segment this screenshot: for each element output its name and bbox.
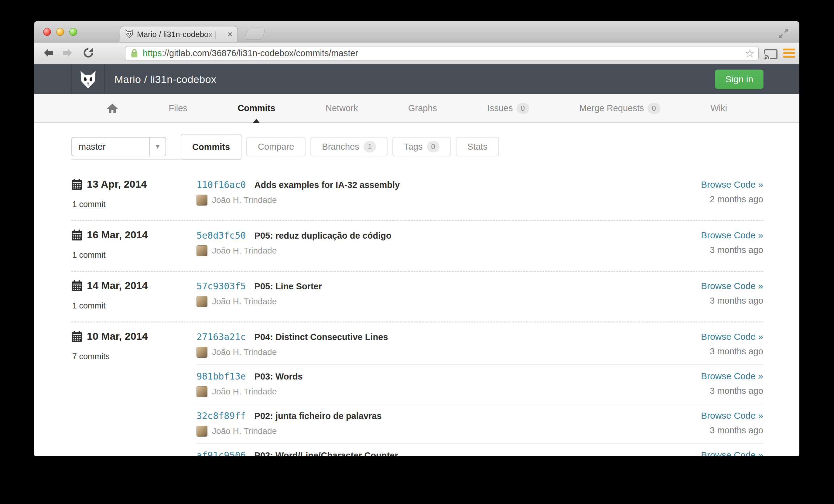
branch-selected-value: master (72, 138, 149, 156)
browser-toolbar: https://gitlab.com/36876/li31n-codebox/c… (34, 43, 799, 64)
commit-author: João H. Trindade (212, 246, 277, 256)
commit-hash-link[interactable]: 5e8d3fc50 (197, 230, 246, 241)
commit-count: 1 commit (71, 200, 197, 209)
sign-in-button[interactable]: Sign in (715, 70, 764, 89)
commit-count: 1 commit (71, 301, 197, 311)
filter-tab-label: Tags (404, 142, 422, 152)
url-bar[interactable]: https://gitlab.com/36876/li31n-codebox/c… (125, 46, 759, 61)
browse-code-link[interactable]: Browse Code » (669, 331, 763, 342)
commit-row: 57c9303f5 P05: Line Sorter João H. Trind… (197, 280, 763, 314)
minimize-window-button[interactable] (56, 28, 64, 36)
commit-hash-link[interactable]: 32c8f89ff (197, 411, 246, 421)
browse-code-link[interactable]: Browse Code » (669, 179, 763, 190)
reload-button[interactable] (83, 47, 94, 60)
commits-filter-row: master ▼ Commits Compare Branches 1 Tags… (71, 134, 763, 160)
nav-item-files[interactable]: Files (169, 103, 188, 113)
commit-date-heading: 13 Apr, 2014 (71, 178, 197, 190)
commit-time: 3 months ago (669, 346, 763, 357)
commit-row: 110f16ac0 Adds examples for IA-32 assemb… (197, 178, 763, 212)
nav-item-label: Merge Requests (579, 103, 644, 113)
zoom-window-button[interactable] (69, 28, 77, 36)
avatar (197, 296, 207, 307)
nav-item-label: Commits (238, 103, 275, 113)
commit-hash-link[interactable]: 57c9303f5 (197, 281, 246, 292)
window-controls (43, 28, 77, 36)
site-header: Mario / li31n-codebox Sign in (34, 64, 799, 94)
commit-day-group: 10 Mar, 2014 7 commits 27163a21c P04: Di… (71, 322, 763, 456)
commit-row: 32c8f89ff P02: junta ficheiro de palavra… (197, 404, 763, 443)
commit-time: 3 months ago (669, 426, 763, 435)
nav-item-merge-requests[interactable]: Merge Requests 0 (579, 103, 660, 114)
commit-hash-link[interactable]: af91c9506 (197, 450, 246, 456)
filter-tab-label: Stats (467, 142, 487, 152)
resize-arrows-icon[interactable] (778, 28, 789, 40)
avatar (197, 245, 207, 256)
browse-code-link[interactable]: Browse Code » (669, 411, 763, 421)
commit-date-text: 14 Mar, 2014 (87, 280, 148, 292)
tab-tags[interactable]: Tags 0 (392, 137, 451, 156)
commit-date-text: 16 Mar, 2014 (87, 229, 148, 241)
nav-item-network[interactable]: Network (326, 103, 358, 113)
commit-hash-link[interactable]: 27163a21c (197, 331, 246, 342)
commit-day-group: 13 Apr, 2014 1 commit 110f16ac0 Adds exa… (71, 170, 763, 221)
tab-branches[interactable]: Branches 1 (310, 137, 388, 156)
tab-title: Mario / li31n-codebox | Gi (137, 30, 218, 39)
browser-window: Mario / li31n-codebox | Gi × (34, 21, 799, 456)
tab-stats[interactable]: Stats (456, 137, 499, 156)
lock-icon (130, 48, 138, 59)
tab-commits[interactable]: Commits (181, 134, 241, 160)
commit-date-heading: 10 Mar, 2014 (71, 330, 197, 342)
gitlab-logo[interactable] (71, 64, 105, 94)
nav-count-badge: 0 (517, 103, 529, 114)
avatar (197, 194, 207, 206)
nav-item-graphs[interactable]: Graphs (408, 103, 437, 113)
nav-item-commits[interactable]: Commits (238, 103, 275, 113)
filter-tab-label: Compare (258, 142, 294, 152)
nav-item-issues[interactable]: Issues 0 (487, 103, 529, 114)
commit-hash-link[interactable]: 110f16ac0 (197, 179, 246, 190)
browser-menu-icon[interactable] (783, 49, 795, 58)
commit-day-group: 16 Mar, 2014 1 commit 5e8d3fc50 P05: red… (71, 221, 763, 272)
commit-message: Adds examples for IA-32 assembly (255, 180, 400, 190)
nav-item-home[interactable] (106, 103, 118, 114)
commit-row: 981bbf13e P03: Words João H. Trindade Br… (197, 364, 763, 404)
commit-list: 13 Apr, 2014 1 commit 110f16ac0 Adds exa… (71, 170, 763, 456)
tab-close-icon[interactable]: × (227, 30, 233, 39)
commit-hash-link[interactable]: 981bbf13e (197, 371, 246, 382)
commit-date-text: 10 Mar, 2014 (87, 330, 148, 342)
browse-code-link[interactable]: Browse Code » (669, 281, 763, 291)
page-title: Mario / li31n-codebox (114, 73, 217, 85)
tab-compare[interactable]: Compare (246, 137, 306, 156)
filter-tab-label: Commits (192, 142, 230, 152)
browse-code-link[interactable]: Browse Code » (669, 450, 763, 456)
commit-message: P02: junta ficheiro de palavras (255, 411, 382, 421)
filter-tabs: Commits Compare Branches 1 Tags 0 Stats (181, 134, 504, 160)
commit-time: 3 months ago (669, 386, 763, 396)
commit-day-group: 14 Mar, 2014 1 commit 57c9303f5 P05: Lin… (71, 272, 763, 322)
nav-count-badge: 0 (648, 103, 660, 114)
browser-titlebar: Mario / li31n-codebox | Gi × (34, 21, 799, 43)
new-tab-button[interactable] (244, 29, 265, 40)
branch-select[interactable]: master ▼ (71, 137, 166, 156)
commit-author: João H. Trindade (212, 195, 277, 205)
url-scheme: https (143, 48, 162, 58)
commit-author: João H. Trindade (212, 297, 277, 306)
commit-time: 3 months ago (669, 296, 763, 306)
calendar-icon (71, 229, 82, 241)
commit-message: P05: reduz duplicação de código (255, 231, 392, 241)
nav-item-wiki[interactable]: Wiki (710, 103, 727, 113)
bookmark-star-icon[interactable]: ☆ (745, 47, 755, 60)
cast-icon[interactable] (764, 49, 777, 61)
close-window-button[interactable] (43, 28, 51, 36)
commit-message: P02: Word/Line/Character Counter (255, 451, 398, 456)
browse-code-link[interactable]: Browse Code » (669, 230, 763, 240)
browser-tab[interactable]: Mario / li31n-codebox | Gi × (120, 26, 238, 42)
forward-button[interactable] (62, 48, 73, 59)
browse-code-link[interactable]: Browse Code » (669, 371, 763, 381)
commit-row: af91c9506 P02: Word/Line/Character Count… (197, 443, 763, 456)
filter-tab-badge: 1 (364, 141, 376, 153)
commit-count: 7 commits (71, 352, 197, 361)
commit-row: 27163a21c P04: Distinct Consecutive Line… (197, 330, 763, 364)
commit-date-heading: 14 Mar, 2014 (71, 280, 197, 292)
back-button[interactable] (43, 48, 54, 59)
